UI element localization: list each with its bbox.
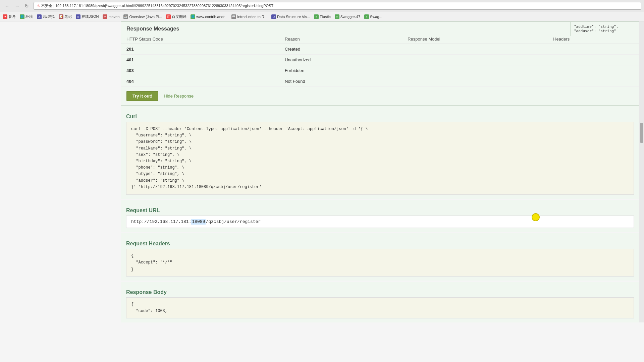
- bookmark-label: Overview (Java Pl...: [129, 15, 162, 19]
- response-table: HTTP Status Code Reason Response Model H…: [121, 35, 639, 87]
- hide-response-link[interactable]: Hide Response: [164, 94, 194, 99]
- url-port: 18089: [191, 219, 206, 225]
- right-json-panel: "addtime": "string", "adduser": "string": [570, 21, 644, 36]
- bookmark-datastructure[interactable]: 🗂 Data Structure Vis...: [271, 14, 310, 19]
- reload-button[interactable]: ↻: [23, 3, 31, 9]
- url-suffix: /qzcsbj/user/register: [206, 219, 261, 224]
- bookmark-label: 百度翻译: [172, 14, 186, 19]
- swagger-main: Response Messages HTTP Status Code Reaso…: [121, 21, 644, 322]
- model-403: [402, 65, 548, 76]
- bookmarks-bar: ★ 参考 🌐 环境 ☁ 云/虚拟 📝 笔记 {} 在线JSON M maven …: [0, 12, 644, 21]
- response-body-section: Response Body { "code": 1003,: [121, 282, 639, 322]
- request-headers-section: Request Headers { "Accept": "*/*"}: [121, 233, 639, 281]
- bookmark-label: Swag...: [370, 15, 382, 19]
- model-201: [402, 44, 548, 55]
- bookmark-label: Swagger-47: [340, 15, 360, 19]
- response-body-title: Response Body: [126, 286, 634, 297]
- json-line1: "addtime": "string",: [574, 24, 618, 29]
- curl-section: Curl curl -X POST --header 'Content-Type…: [121, 106, 639, 199]
- bookmark-cankaol[interactable]: ★ 参考: [3, 14, 16, 19]
- status-code-201: 201: [121, 44, 279, 55]
- scrollbar-track[interactable]: [639, 21, 644, 322]
- request-url-box: http://192.168.117.181:18089/qzcsbj/user…: [126, 216, 634, 228]
- bookmark-huanjing[interactable]: 🌐 环境: [20, 14, 33, 19]
- bookmark-favicon: ★: [3, 14, 7, 19]
- headers-403: [548, 65, 639, 76]
- bookmark-favicon: S: [335, 14, 339, 19]
- bookmark-favicon: ☁: [37, 14, 42, 19]
- bookmark-favicon: 百: [166, 14, 171, 19]
- table-row: 201 Created: [121, 44, 639, 55]
- browser-chrome: ← → ↻ ⚠ 不安全 | 192.168.117.181:18089/qzcs…: [0, 0, 644, 12]
- bookmark-overview[interactable]: ☕ Overview (Java Pl...: [123, 14, 162, 19]
- bookmark-maven[interactable]: M maven: [103, 14, 119, 19]
- col-reason: Reason: [279, 35, 402, 44]
- bookmark-favicon: E: [314, 14, 319, 19]
- address-bar[interactable]: ⚠ 不安全 | 192.168.117.181:18089/qzcsbj/swa…: [34, 2, 641, 10]
- bookmark-favicon: S: [364, 14, 369, 19]
- response-messages-title: Response Messages: [121, 22, 639, 35]
- headers-404: [548, 76, 639, 87]
- bookmark-elastic[interactable]: E Elastic: [314, 14, 330, 19]
- headers-201: [548, 44, 639, 55]
- try-it-out-area: Try it out! Hide Response: [121, 87, 639, 105]
- curl-code-block: curl -X POST --header 'Content-Type: app…: [126, 122, 634, 195]
- bookmark-swag[interactable]: S Swag...: [364, 14, 382, 19]
- table-row: 403 Forbidden: [121, 65, 639, 76]
- url-prefix: http://192.168.117.181:: [131, 219, 191, 224]
- status-code-401: 401: [121, 55, 279, 65]
- table-row: 401 Unauthorized: [121, 55, 639, 65]
- status-code-403: 403: [121, 65, 279, 76]
- request-url-section: Request URL http://192.168.117.181:18089…: [121, 200, 639, 232]
- col-response-model: Response Model: [402, 35, 548, 44]
- bookmark-favicon: 🌐: [191, 14, 195, 19]
- bookmark-label: 云/虚拟: [43, 14, 55, 19]
- reason-201: Created: [279, 44, 402, 55]
- bookmark-yunxuni[interactable]: ☁ 云/虚拟: [37, 14, 55, 19]
- response-messages-section: Response Messages HTTP Status Code Reaso…: [121, 21, 639, 106]
- bookmark-zaixianjson[interactable]: {} 在线JSON: [76, 14, 99, 19]
- curl-title: Curl: [126, 110, 634, 122]
- bookmark-favicon: {}: [76, 14, 80, 19]
- bookmark-favicon: 🗂: [271, 14, 276, 19]
- headers-code-block: { "Accept": "*/*"}: [126, 249, 634, 277]
- lock-icon: ⚠: [37, 4, 40, 8]
- bookmark-favicon: ☕: [123, 14, 128, 19]
- back-button[interactable]: ←: [3, 3, 11, 9]
- reason-403: Forbidden: [279, 65, 402, 76]
- bookmark-biji[interactable]: 📝 笔记: [59, 14, 72, 19]
- request-url-title: Request URL: [126, 204, 634, 216]
- scrollbar-thumb[interactable]: [640, 123, 643, 143]
- headers-401: [548, 55, 639, 65]
- bookmark-favicon: M: [103, 14, 107, 19]
- bookmark-contrib[interactable]: 🌐 www.contrib.andr...: [191, 14, 227, 19]
- bookmark-swagger47[interactable]: S Swagger-47: [335, 14, 360, 19]
- table-row: 404 Not Found: [121, 76, 639, 87]
- bookmark-label: Introduction to R...: [237, 15, 267, 19]
- bookmark-label: 笔记: [64, 14, 72, 19]
- bookmark-label: Elastic: [320, 15, 330, 19]
- bookmark-baidu[interactable]: 百 百度翻译: [166, 14, 186, 19]
- bookmark-label: www.contrib.andr...: [196, 15, 227, 19]
- reason-404: Not Found: [279, 76, 402, 87]
- reason-401: Unauthorized: [279, 55, 402, 65]
- page-content: "addtime": "string", "adduser": "string"…: [0, 21, 644, 322]
- bookmark-label: Data Structure Vis...: [277, 15, 310, 19]
- json-line2: "adduser": "string": [574, 29, 616, 33]
- bookmark-favicon: 🌐: [20, 14, 24, 19]
- left-strip: [0, 21, 121, 322]
- forward-button[interactable]: →: [13, 3, 21, 9]
- request-headers-title: Request Headers: [126, 237, 634, 249]
- model-404: [402, 76, 548, 87]
- response-body-code: { "code": 1003,: [126, 297, 634, 318]
- bookmark-favicon: 📝: [59, 14, 63, 19]
- model-401: [402, 55, 548, 65]
- bookmark-label: maven: [108, 15, 119, 19]
- bookmark-intro[interactable]: 📖 Introduction to R...: [231, 14, 267, 19]
- status-code-404: 404: [121, 76, 279, 87]
- address-text: 不安全 | 192.168.117.181:18089/qzcsbj/swagg…: [41, 3, 273, 8]
- bookmark-label: 在线JSON: [82, 14, 99, 19]
- try-it-out-button[interactable]: Try it out!: [126, 91, 158, 101]
- nav-buttons: ← → ↻: [3, 3, 31, 9]
- bookmark-label: 环境: [25, 14, 33, 19]
